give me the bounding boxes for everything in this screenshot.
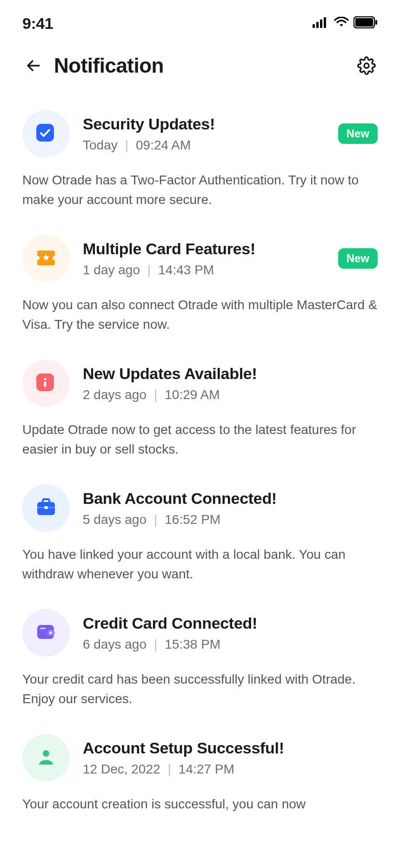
briefcase-icon (22, 484, 70, 532)
signal-icon (313, 17, 329, 30)
status-time: 9:41 (22, 14, 53, 33)
new-badge: New (338, 248, 378, 269)
notification-item[interactable]: Multiple Card Features!1 day ago|14:43 P… (22, 222, 378, 346)
notification-meta: Multiple Card Features!1 day ago|14:43 P… (83, 240, 325, 278)
wallet-icon (22, 609, 70, 657)
notification-title: Security Updates! (83, 115, 325, 133)
status-bar: 9:41 (0, 0, 400, 34)
notification-list: Security Updates!Today|09:24 AMNewNow Ot… (0, 91, 400, 826)
info-icon (22, 359, 70, 407)
notification-header: Multiple Card Features!1 day ago|14:43 P… (22, 235, 378, 282)
svg-rect-5 (355, 18, 373, 27)
notification-meta: Credit Card Connected!6 days ago|15:38 P… (83, 614, 378, 652)
notification-body: Now you can also connect Otrade with mul… (22, 295, 378, 334)
battery-icon (353, 16, 378, 30)
notification-time: Today|09:24 AM (83, 138, 325, 153)
notification-time: 1 day ago|14:43 PM (83, 263, 325, 278)
notification-item[interactable]: Bank Account Connected!5 days ago|16:52 … (22, 471, 378, 596)
notification-date: Today (83, 138, 118, 153)
notification-meta: New Updates Available!2 days ago|10:29 A… (83, 365, 378, 402)
notification-header: Credit Card Connected!6 days ago|15:38 P… (22, 609, 378, 657)
new-badge: New (338, 123, 378, 144)
notification-header: Bank Account Connected!5 days ago|16:52 … (22, 484, 378, 532)
notification-body: Your account creation is successful, you… (22, 794, 378, 814)
separator: | (154, 512, 157, 527)
notification-body: You have linked your account with a loca… (22, 545, 378, 584)
notification-title: Multiple Card Features! (83, 240, 325, 258)
notification-time: 5 days ago|16:52 PM (83, 512, 378, 527)
user-icon (22, 734, 70, 781)
notification-title: New Updates Available! (83, 365, 378, 383)
notification-body: Update Otrade now to get access to the l… (22, 420, 378, 459)
notification-item[interactable]: Account Setup Successful!12 Dec, 2022|14… (22, 721, 378, 826)
svg-rect-3 (324, 17, 326, 28)
notification-date: 12 Dec, 2022 (83, 762, 160, 777)
notification-clock: 09:24 AM (136, 138, 191, 153)
separator: | (125, 138, 128, 153)
notification-meta: Security Updates!Today|09:24 AM (83, 115, 325, 153)
settings-button[interactable] (355, 54, 378, 77)
header: Notification (0, 34, 400, 91)
notification-clock: 10:29 AM (165, 387, 220, 402)
gear-icon (357, 56, 376, 75)
status-indicators (313, 16, 378, 30)
notification-header: Account Setup Successful!12 Dec, 2022|14… (22, 734, 378, 781)
notification-title: Credit Card Connected! (83, 614, 378, 632)
wifi-icon (334, 17, 349, 30)
separator: | (154, 387, 157, 402)
svg-rect-2 (320, 20, 322, 28)
notification-clock: 14:27 PM (179, 762, 234, 777)
notification-clock: 16:52 PM (165, 512, 220, 527)
notification-item[interactable]: Credit Card Connected!6 days ago|15:38 P… (22, 596, 378, 721)
notification-header: New Updates Available!2 days ago|10:29 A… (22, 359, 378, 407)
notification-clock: 14:43 PM (158, 263, 214, 278)
notification-date: 1 day ago (83, 263, 140, 278)
page-title: Notification (54, 54, 355, 77)
checkmark-icon (22, 110, 70, 157)
svg-rect-1 (316, 22, 319, 28)
notification-meta: Account Setup Successful!12 Dec, 2022|14… (83, 739, 378, 777)
notification-clock: 15:38 PM (165, 637, 220, 652)
separator: | (147, 263, 151, 278)
notification-time: 2 days ago|10:29 AM (83, 387, 378, 402)
svg-rect-0 (313, 24, 315, 28)
notification-title: Bank Account Connected! (83, 489, 378, 508)
notification-item[interactable]: Security Updates!Today|09:24 AMNewNow Ot… (22, 97, 378, 222)
notification-date: 5 days ago (83, 512, 147, 527)
notification-time: 12 Dec, 2022|14:27 PM (83, 762, 378, 777)
separator: | (154, 637, 157, 652)
notification-item[interactable]: New Updates Available!2 days ago|10:29 A… (22, 346, 378, 471)
notification-body: Now Otrade has a Two-Factor Authenticati… (22, 170, 378, 210)
notification-meta: Bank Account Connected!5 days ago|16:52 … (83, 489, 378, 527)
separator: | (168, 762, 171, 777)
svg-rect-6 (375, 20, 377, 25)
notification-title: Account Setup Successful! (83, 739, 378, 757)
notification-time: 6 days ago|15:38 PM (83, 637, 378, 652)
arrow-left-icon (24, 56, 43, 75)
notification-date: 6 days ago (83, 637, 147, 652)
back-button[interactable] (22, 54, 45, 77)
notification-date: 2 days ago (83, 387, 147, 402)
notification-body: Your credit card has been successfully l… (22, 670, 378, 709)
svg-point-7 (364, 63, 369, 68)
notification-header: Security Updates!Today|09:24 AMNew (22, 110, 378, 157)
ticket-icon (22, 235, 70, 282)
